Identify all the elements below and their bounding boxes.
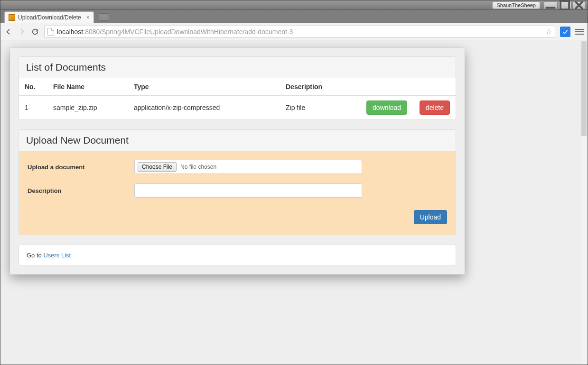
cell-file-name: sample_zip.zip bbox=[47, 96, 128, 120]
window-maximize-button[interactable] bbox=[558, 1, 571, 9]
browser-menu-button[interactable] bbox=[575, 29, 584, 35]
table-header-row: No. File Name Type Description bbox=[19, 78, 456, 96]
users-list-link[interactable]: Users List bbox=[43, 252, 71, 259]
browser-tabstrip: Upload/Download/Delete × bbox=[0, 10, 588, 23]
content-container: List of Documents No. File Name bbox=[10, 48, 465, 274]
upload-panel: Upload New Document Upload a document Ch… bbox=[19, 129, 456, 235]
file-input[interactable]: Choose File No file chosen bbox=[134, 160, 362, 174]
url-path: /Spring4MVCFileUploadDownloadWithHiberna… bbox=[100, 28, 293, 36]
documents-heading-text: List of Documents bbox=[26, 62, 106, 73]
url-port: :8080 bbox=[83, 28, 100, 36]
forward-button[interactable] bbox=[18, 27, 26, 36]
cell-type: application/x-zip-compressed bbox=[128, 96, 280, 120]
scrollbar-thumb[interactable] bbox=[581, 41, 587, 136]
delete-button[interactable]: delete bbox=[420, 100, 450, 115]
upload-form: Upload a document Choose File No file ch… bbox=[19, 151, 456, 235]
footer-well: Go to Users List bbox=[19, 245, 456, 266]
documents-table: No. File Name Type Description 1 bbox=[19, 78, 456, 119]
address-bar[interactable]: localhost:8080/Spring4MVCFileUploadDownl… bbox=[44, 26, 555, 38]
upload-heading-text: Upload New Document bbox=[26, 135, 129, 146]
browser-tab[interactable]: Upload/Download/Delete × bbox=[4, 11, 94, 23]
window-app-name: ShaunTheSheep bbox=[492, 1, 540, 9]
window-close-button[interactable] bbox=[572, 1, 586, 9]
upload-button[interactable]: Upload bbox=[414, 210, 447, 224]
cell-no: 1 bbox=[19, 96, 47, 120]
window-minimize-button[interactable] bbox=[544, 1, 557, 9]
os-window: ShaunTheSheep Upload/Download/Delete × bbox=[0, 0, 588, 365]
col-file-name: File Name bbox=[47, 78, 128, 96]
description-input[interactable] bbox=[134, 183, 362, 198]
url-text: localhost:8080/Spring4MVCFileUploadDownl… bbox=[57, 28, 293, 36]
col-description: Description bbox=[280, 78, 361, 96]
tab-title: Upload/Download/Delete bbox=[18, 14, 81, 21]
vertical-scrollbar[interactable] bbox=[580, 40, 588, 365]
new-tab-button[interactable] bbox=[99, 13, 109, 21]
file-chosen-status: No file chosen bbox=[180, 164, 216, 170]
window-titlebar: ShaunTheSheep bbox=[0, 0, 588, 10]
col-type: Type bbox=[128, 78, 280, 96]
reload-button[interactable] bbox=[31, 27, 39, 36]
choose-file-button[interactable]: Choose File bbox=[138, 162, 177, 172]
browser-viewport: List of Documents No. File Name bbox=[0, 40, 588, 365]
svg-rect-1 bbox=[560, 0, 569, 9]
download-button[interactable]: download bbox=[366, 100, 407, 115]
favicon-icon bbox=[9, 14, 15, 21]
page-icon bbox=[47, 28, 54, 36]
documents-panel: List of Documents No. File Name bbox=[19, 56, 456, 120]
col-no: No. bbox=[19, 78, 47, 96]
file-field-label: Upload a document bbox=[28, 164, 134, 171]
back-button[interactable] bbox=[4, 27, 13, 36]
extension-button[interactable] bbox=[560, 27, 570, 37]
bookmark-star-icon[interactable]: ☆ bbox=[545, 27, 552, 36]
documents-panel-heading: List of Documents bbox=[19, 57, 456, 78]
goto-text: Go to bbox=[27, 252, 43, 259]
page-content: List of Documents No. File Name bbox=[0, 40, 588, 284]
cell-description: Zip file bbox=[280, 96, 361, 120]
upload-panel-heading: Upload New Document bbox=[19, 130, 456, 151]
description-field-label: Description bbox=[28, 187, 134, 194]
table-row: 1 sample_zip.zip application/x-zip-compr… bbox=[19, 96, 456, 120]
tab-close-button[interactable]: × bbox=[86, 14, 90, 21]
browser-toolbar: localhost:8080/Spring4MVCFileUploadDownl… bbox=[0, 23, 588, 40]
url-host: localhost bbox=[57, 28, 83, 36]
